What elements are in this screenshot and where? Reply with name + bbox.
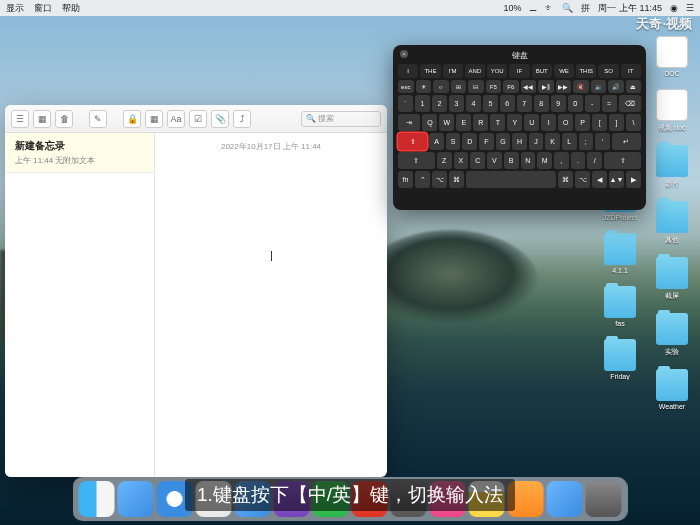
- key-K[interactable]: K: [545, 133, 560, 150]
- desktop-icon[interactable]: 截屏: [648, 257, 696, 301]
- key-M[interactable]: M: [537, 152, 552, 169]
- attach-icon[interactable]: 📎: [211, 110, 229, 128]
- key-.[interactable]: .: [571, 152, 586, 169]
- table-icon[interactable]: ▦: [145, 110, 163, 128]
- key-↵[interactable]: ↵: [612, 133, 641, 150]
- desktop-icon[interactable]: 4.1.1: [596, 233, 644, 274]
- wifi-icon[interactable]: ᯤ: [545, 3, 554, 13]
- key-2[interactable]: 2: [432, 95, 447, 112]
- key-1[interactable]: 1: [415, 95, 430, 112]
- key-🔊[interactable]: 🔊: [608, 80, 624, 93]
- key-D[interactable]: D: [462, 133, 477, 150]
- key-W[interactable]: W: [439, 114, 454, 131]
- key-8[interactable]: 8: [534, 95, 549, 112]
- key-esc[interactable]: esc: [398, 80, 414, 93]
- new-note-icon[interactable]: ✎: [89, 110, 107, 128]
- key-⊞[interactable]: ⊞: [451, 80, 467, 93]
- key-SO[interactable]: SO: [598, 64, 618, 78]
- key-⌘[interactable]: ⌘: [449, 171, 464, 188]
- key-,[interactable]: ,: [554, 152, 569, 169]
- key-;[interactable]: ;: [579, 133, 594, 150]
- key-C[interactable]: C: [470, 152, 485, 169]
- checklist-icon[interactable]: ☑: [189, 110, 207, 128]
- key-I'M[interactable]: I'M: [443, 64, 463, 78]
- key-space[interactable]: [466, 171, 556, 188]
- desktop-icon[interactable]: 实验: [648, 313, 696, 357]
- key-B[interactable]: B: [504, 152, 519, 169]
- key-J[interactable]: J: [529, 133, 544, 150]
- key-⇥[interactable]: ⇥: [398, 114, 420, 131]
- dock-launchpad[interactable]: [118, 481, 154, 517]
- notification-icon[interactable]: ☰: [686, 3, 694, 13]
- dock-contacts[interactable]: [391, 481, 427, 517]
- search-icon[interactable]: 🔍: [562, 3, 573, 13]
- key-\[interactable]: \: [626, 114, 641, 131]
- key-THE[interactable]: THE: [420, 64, 440, 78]
- key-Y[interactable]: Y: [507, 114, 522, 131]
- key-4[interactable]: 4: [466, 95, 481, 112]
- key-🔇[interactable]: 🔇: [573, 80, 589, 93]
- key-▲▼[interactable]: ▲▼: [609, 171, 624, 188]
- desktop-icon[interactable]: fas: [596, 286, 644, 327]
- key-G[interactable]: G: [496, 133, 511, 150]
- key-][interactable]: ]: [609, 114, 624, 131]
- key-IT[interactable]: IT: [621, 64, 641, 78]
- key--[interactable]: -: [585, 95, 600, 112]
- ime-status[interactable]: 拼: [581, 2, 590, 15]
- dock-music[interactable]: [430, 481, 466, 517]
- key-[[interactable]: [: [592, 114, 607, 131]
- delete-icon[interactable]: 🗑: [55, 110, 73, 128]
- key-L[interactable]: L: [562, 133, 577, 150]
- wifi-icon[interactable]: ⚊: [529, 3, 537, 13]
- close-icon[interactable]: ×: [400, 50, 408, 58]
- key-⌥[interactable]: ⌥: [432, 171, 447, 188]
- dock-notes[interactable]: [469, 481, 505, 517]
- lock-icon[interactable]: 🔒: [123, 110, 141, 128]
- dock-maps[interactable]: [235, 481, 271, 517]
- key-/[interactable]: /: [587, 152, 602, 169]
- key-▶[interactable]: ▶: [626, 171, 641, 188]
- key-☼[interactable]: ☼: [433, 80, 449, 93]
- key-5[interactable]: 5: [483, 95, 498, 112]
- key-O[interactable]: O: [558, 114, 573, 131]
- key-I[interactable]: I: [398, 64, 418, 78]
- desktop-icon[interactable]: 影片: [648, 145, 696, 189]
- clock[interactable]: 周一 上午 11:45: [598, 2, 662, 15]
- list-view-icon[interactable]: ▦: [33, 110, 51, 128]
- key-0[interactable]: 0: [568, 95, 583, 112]
- desktop-icon[interactable]: DOC: [648, 36, 696, 77]
- dock-safari[interactable]: [157, 481, 193, 517]
- key-AND[interactable]: AND: [465, 64, 485, 78]
- dock-mail[interactable]: [196, 481, 232, 517]
- dock-settings[interactable]: [586, 481, 622, 517]
- key-9[interactable]: 9: [551, 95, 566, 112]
- key-⇧[interactable]: ⇧: [398, 152, 435, 169]
- key-⌫[interactable]: ⌫: [619, 95, 641, 112]
- key-=[interactable]: =: [602, 95, 617, 112]
- key-U[interactable]: U: [524, 114, 539, 131]
- key-P[interactable]: P: [575, 114, 590, 131]
- key-7[interactable]: 7: [517, 95, 532, 112]
- key-⇪[interactable]: ⇪: [398, 133, 427, 150]
- key-⇧[interactable]: ⇧: [604, 152, 641, 169]
- key-I[interactable]: I: [541, 114, 556, 131]
- desktop-icon[interactable]: 其他: [648, 201, 696, 245]
- key-Q[interactable]: Q: [422, 114, 437, 131]
- key-WE[interactable]: WE: [554, 64, 574, 78]
- desktop-icon[interactable]: Weather: [648, 369, 696, 410]
- dock-reminders[interactable]: [508, 481, 544, 517]
- menu-window[interactable]: 窗口: [34, 2, 52, 15]
- key-H[interactable]: H: [512, 133, 527, 150]
- key-F6[interactable]: F6: [503, 80, 519, 93]
- key-◀◀[interactable]: ◀◀: [521, 80, 537, 93]
- key-IF[interactable]: IF: [509, 64, 529, 78]
- key-'[interactable]: ': [595, 133, 610, 150]
- search-input[interactable]: 🔍 搜索: [301, 111, 381, 127]
- key-🔉[interactable]: 🔉: [591, 80, 607, 93]
- dock-appstore[interactable]: [547, 481, 583, 517]
- key-▶▶[interactable]: ▶▶: [556, 80, 572, 93]
- key-⌃[interactable]: ⌃: [415, 171, 430, 188]
- key-F[interactable]: F: [479, 133, 494, 150]
- key-R[interactable]: R: [473, 114, 488, 131]
- key-◀[interactable]: ◀: [592, 171, 607, 188]
